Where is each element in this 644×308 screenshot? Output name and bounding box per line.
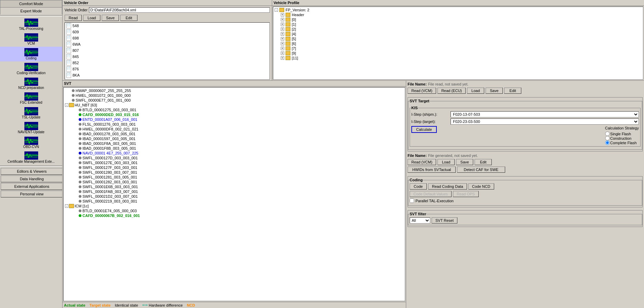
tree-item-6[interactable]: + [6] <box>274 41 642 46</box>
load-bottom-button[interactable]: Load <box>437 159 455 165</box>
expand-icon[interactable]: + <box>281 52 284 55</box>
vo-list[interactable]: 📄548 📄609 📄698 📄6WA 📄807 📄845 📄852 📄876 … <box>65 22 270 80</box>
external-applications-button[interactable]: External Applications <box>1 183 63 190</box>
expand-icon[interactable]: + <box>281 56 284 60</box>
svt-filter-select[interactable]: All SWE HW CAF <box>410 217 430 224</box>
load-top-button[interactable]: Load <box>467 88 484 94</box>
vo-list-item[interactable]: 📄6WA <box>65 41 269 47</box>
tree-item-header[interactable]: + Header <box>274 12 642 17</box>
read-vcm-bottom-button[interactable]: Read (VCM) <box>408 159 436 165</box>
expert-mode-button[interactable]: Expert Mode <box>0 7 62 14</box>
personal-view-button[interactable]: Personal view <box>1 191 63 197</box>
svt-item[interactable]: SWFL_00001FAB_003_007_001 <box>78 189 404 194</box>
expand-icon[interactable]: + <box>281 23 284 26</box>
tree-item-11[interactable]: + [11] <box>274 56 642 60</box>
svt-item[interactable]: SWFL_0000127D_003_003_001 <box>78 156 404 160</box>
edit-top-button[interactable]: Edit <box>504 88 521 94</box>
svt-item[interactable]: CAFD_00000067B_002_016_001 <box>78 213 404 218</box>
expand-icon[interactable]: - <box>275 8 278 12</box>
vo-load-button[interactable]: Load <box>83 15 100 21</box>
tree-item-4[interactable]: + [4] <box>274 32 642 36</box>
parallel-tal-row[interactable]: Parallel TAL-Execution <box>410 198 641 203</box>
complete-flash-option[interactable]: Complete Flash <box>605 140 639 145</box>
svt-item[interactable]: CAFD_00000DED_003_015_016 <box>78 112 404 117</box>
svt-item[interactable]: HWEL_00001072_001_000_000 <box>71 93 404 98</box>
vo-list-item[interactable]: 📄8KA <box>65 72 269 78</box>
detect-caf-button[interactable]: Detect CAF for SWE <box>457 167 505 173</box>
svt-item[interactable]: IBAD_00001278_003_005_001 <box>78 132 404 136</box>
expand-icon[interactable]: + <box>281 18 284 21</box>
sidebar-item-vcm[interactable]: VCM <box>0 32 62 47</box>
vo-list-item[interactable]: 📄876 <box>65 66 269 72</box>
code-ncd-button[interactable]: Code NCD <box>468 183 494 190</box>
vo-list-item[interactable]: 📄845 <box>65 54 269 60</box>
code-button[interactable]: Code <box>410 183 427 190</box>
code-default-values-button[interactable]: Code Default Values <box>410 191 452 197</box>
expand-icon[interactable]: - <box>65 204 68 208</box>
istep-shipm-select[interactable]: F020-13-07-503 <box>451 111 639 117</box>
expand-icon[interactable]: + <box>281 42 284 45</box>
tree-item-5[interactable]: + [5] <box>274 36 642 41</box>
svt-item[interactable]: HWAP_00000607_255_255_255 <box>71 88 404 93</box>
sidebar-item-tsl-update[interactable]: TSL-Update <box>0 106 62 121</box>
istep-target-select[interactable]: F020-23-03-500 <box>451 118 639 125</box>
sidebar-item-tal-processing[interactable]: TAL-Processing <box>0 17 62 32</box>
parallel-tal-checkbox[interactable] <box>410 198 414 203</box>
svt-item[interactable]: NAVD_00001 4E7_255_007_225 <box>78 151 404 156</box>
tree-item-9[interactable]: + [9] <box>274 51 642 56</box>
svt-item[interactable]: IBAD_00001F8A_003_005_001 <box>78 141 404 146</box>
save-bottom-button[interactable]: Save <box>456 159 473 165</box>
expand-icon[interactable]: + <box>281 27 284 31</box>
svt-item[interactable]: SWFL_00001281_003_005_001 <box>78 175 404 180</box>
expand-icon[interactable]: - <box>65 103 68 107</box>
tree-item-2[interactable]: + [2] <box>274 27 642 32</box>
sidebar-item-fsc-extended[interactable]: FSC Extended <box>0 91 62 106</box>
svt-item[interactable]: SWFL_00001280_003_007_001 <box>78 170 404 175</box>
read-ecu-button[interactable]: Read (ECU) <box>437 88 466 94</box>
svt-folder-item[interactable]: - HU_NBT [63] <box>64 103 404 107</box>
tree-item-0[interactable]: + [0] <box>274 17 642 22</box>
editors-viewers-button[interactable]: Editors & Viewers <box>1 168 63 175</box>
expand-icon[interactable]: + <box>281 47 284 50</box>
edit-bottom-button[interactable]: Edit <box>475 159 492 165</box>
svt-item[interactable]: BTLD_00001275_003_003_001 <box>78 107 404 112</box>
read-ops-button[interactable]: Read OPS <box>453 191 479 197</box>
expand-icon[interactable]: + <box>281 37 284 41</box>
data-handling-button[interactable]: Data Handling <box>1 175 63 182</box>
vo-list-item[interactable]: 📄807 <box>65 47 269 54</box>
sidebar-item-cert-mgmt[interactable]: Certificate Management Exte... <box>0 150 62 165</box>
svt-item[interactable]: SWFL_00001E6B_003_003_001 <box>78 184 404 189</box>
construction-option[interactable]: Construction <box>605 136 639 140</box>
svt-folder-item-icm[interactable]: - ICM [1c] <box>64 204 404 208</box>
save-top-button[interactable]: Save <box>486 88 503 94</box>
sidebar-item-coding[interactable]: Coding <box>0 47 62 61</box>
svt-tree[interactable]: HWAP_00000607_255_255_255 HWEL_00001072_… <box>63 87 405 301</box>
vo-edit-button[interactable]: Edit <box>120 15 137 21</box>
svt-item[interactable]: HWEL_00000DF8_002_021_021 <box>78 127 404 132</box>
vo-list-item[interactable]: 📄852 <box>65 60 269 66</box>
read-coding-data-button[interactable]: Read Coding Data <box>428 183 467 190</box>
sidebar-item-ncd-preparation[interactable]: NCD preparation <box>0 76 62 91</box>
tree-item-1[interactable]: + [1] <box>274 22 642 27</box>
read-vcm-top-button[interactable]: Read (VCM) <box>408 88 436 94</box>
svt-item[interactable]: BTLD_00001E74_005_000_003 <box>78 208 404 213</box>
comfort-mode-button[interactable]: Comfort Mode <box>0 0 62 7</box>
expand-icon[interactable]: + <box>281 32 284 36</box>
sidebar-item-nav-ent-update[interactable]: NAV/ENT-Update <box>0 121 62 135</box>
vo-list-item[interactable]: 📄609 <box>65 29 269 35</box>
svt-item[interactable]: FLSL_00001276_003_003_001 <box>78 122 404 127</box>
calculate-button[interactable]: Calculate <box>411 126 437 133</box>
tree-item-7[interactable]: + [7] <box>274 46 642 51</box>
vehicle-profile-tree[interactable]: - FP_Version: 2 + Header + [0] <box>273 7 643 80</box>
svt-item[interactable]: SWFL_0000127E_003_003_001 <box>78 160 404 165</box>
svt-reset-button[interactable]: SVT Reset <box>432 217 457 224</box>
vo-save-button[interactable]: Save <box>102 15 119 21</box>
vo-list-item[interactable]: 📄548 <box>65 23 269 29</box>
sidebar-item-obd-cvn[interactable]: OBD-CVN <box>0 135 62 150</box>
svt-item[interactable]: SWFL_000021D2_003_007_001 <box>78 194 404 199</box>
single-flash-option[interactable]: Single Flash <box>605 132 639 136</box>
tree-item-fp-version[interactable]: - FP_Version: 2 <box>274 8 642 12</box>
svt-item[interactable]: SWFL_0000127F_003_003_001 <box>78 165 404 170</box>
sidebar-item-coding-verification[interactable]: Coding-Verification <box>0 61 62 76</box>
svt-item[interactable]: ENTD_00001A07_006_016_001 <box>78 117 404 122</box>
